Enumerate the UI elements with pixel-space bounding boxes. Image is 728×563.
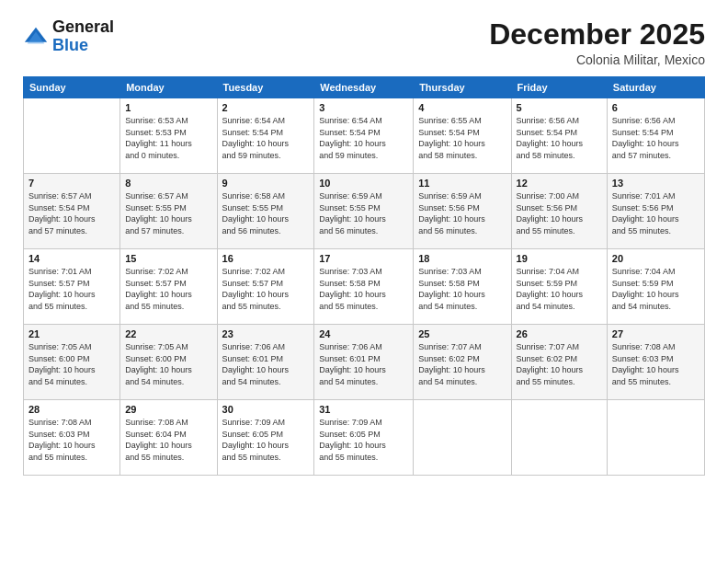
logo-blue: Blue [52,37,114,55]
calendar-cell [607,400,704,476]
day-info: Sunrise: 7:09 AMSunset: 6:05 PMDaylight:… [319,417,408,463]
day-info: Sunrise: 7:06 AMSunset: 6:01 PMDaylight:… [222,341,310,387]
day-number: 1 [125,102,211,113]
day-info: Sunrise: 7:08 AMSunset: 6:03 PMDaylight:… [28,417,115,463]
day-info: Sunrise: 6:56 AMSunset: 5:54 PMDaylight:… [612,115,700,161]
day-info: Sunrise: 6:58 AMSunset: 5:55 PMDaylight:… [222,190,310,236]
day-info: Sunrise: 7:06 AMSunset: 6:01 PMDaylight:… [319,341,408,387]
day-info: Sunrise: 6:54 AMSunset: 5:54 PMDaylight:… [319,115,408,161]
day-info: Sunrise: 6:55 AMSunset: 5:54 PMDaylight:… [418,115,506,161]
day-number: 12 [517,178,602,189]
day-number: 22 [125,328,211,339]
calendar-cell [24,98,120,174]
day-info: Sunrise: 7:00 AMSunset: 5:56 PMDaylight:… [517,190,602,236]
day-header-monday: Monday [120,77,217,98]
calendar-week-row: 21Sunrise: 7:05 AMSunset: 6:00 PMDayligh… [24,325,705,400]
day-info: Sunrise: 6:57 AMSunset: 5:55 PMDaylight:… [125,190,211,236]
calendar-week-row: 14Sunrise: 7:01 AMSunset: 5:57 PMDayligh… [24,249,705,325]
day-info: Sunrise: 7:05 AMSunset: 6:00 PMDaylight:… [28,341,115,387]
day-header-friday: Friday [511,77,607,98]
day-number: 20 [612,253,700,264]
day-info: Sunrise: 7:04 AMSunset: 5:59 PMDaylight:… [612,266,700,312]
calendar-cell: 6Sunrise: 6:56 AMSunset: 5:54 PMDaylight… [607,98,704,174]
day-number: 17 [319,253,408,264]
calendar-week-row: 28Sunrise: 7:08 AMSunset: 6:03 PMDayligh… [24,400,705,476]
title-block: December 2025 Colonia Militar, Mexico [489,18,705,67]
calendar-cell: 5Sunrise: 6:56 AMSunset: 5:54 PMDaylight… [511,98,607,174]
day-info: Sunrise: 7:02 AMSunset: 5:57 PMDaylight:… [125,266,211,312]
day-header-tuesday: Tuesday [217,77,314,98]
day-number: 4 [418,102,506,113]
day-number: 14 [28,253,115,264]
calendar-cell [414,400,511,476]
calendar-header-row: SundayMondayTuesdayWednesdayThursdayFrid… [24,77,705,98]
day-number: 26 [517,328,602,339]
calendar-cell: 2Sunrise: 6:54 AMSunset: 5:54 PMDaylight… [217,98,314,174]
day-header-sunday: Sunday [24,77,120,98]
day-info: Sunrise: 6:59 AMSunset: 5:56 PMDaylight:… [418,190,506,236]
day-number: 31 [319,404,408,415]
calendar-cell: 16Sunrise: 7:02 AMSunset: 5:57 PMDayligh… [217,249,314,325]
day-number: 9 [222,178,310,189]
calendar-cell: 9Sunrise: 6:58 AMSunset: 5:55 PMDaylight… [217,174,314,249]
day-info: Sunrise: 6:53 AMSunset: 5:53 PMDaylight:… [125,115,211,161]
calendar-week-row: 7Sunrise: 6:57 AMSunset: 5:54 PMDaylight… [24,174,705,249]
calendar-cell: 24Sunrise: 7:06 AMSunset: 6:01 PMDayligh… [314,325,414,400]
calendar-cell: 27Sunrise: 7:08 AMSunset: 6:03 PMDayligh… [607,325,704,400]
day-info: Sunrise: 7:05 AMSunset: 6:00 PMDaylight:… [125,341,211,387]
day-number: 23 [222,328,310,339]
calendar-cell: 10Sunrise: 6:59 AMSunset: 5:55 PMDayligh… [314,174,414,249]
day-info: Sunrise: 6:56 AMSunset: 5:54 PMDaylight:… [517,115,602,161]
calendar-cell: 18Sunrise: 7:03 AMSunset: 5:58 PMDayligh… [414,249,511,325]
calendar-cell: 21Sunrise: 7:05 AMSunset: 6:00 PMDayligh… [24,325,120,400]
day-info: Sunrise: 7:07 AMSunset: 6:02 PMDaylight:… [517,341,602,387]
day-number: 24 [319,328,408,339]
day-number: 21 [28,328,115,339]
day-info: Sunrise: 7:07 AMSunset: 6:02 PMDaylight:… [418,341,506,387]
day-number: 15 [125,253,211,264]
day-info: Sunrise: 7:01 AMSunset: 5:56 PMDaylight:… [612,190,700,236]
calendar-cell: 4Sunrise: 6:55 AMSunset: 5:54 PMDaylight… [414,98,511,174]
day-number: 19 [517,253,602,264]
day-info: Sunrise: 7:03 AMSunset: 5:58 PMDaylight:… [418,266,506,312]
day-info: Sunrise: 6:59 AMSunset: 5:55 PMDaylight:… [319,190,408,236]
month-title: December 2025 [489,18,705,51]
logo-icon [23,25,49,51]
calendar-cell: 8Sunrise: 6:57 AMSunset: 5:55 PMDaylight… [120,174,217,249]
calendar-cell: 19Sunrise: 7:04 AMSunset: 5:59 PMDayligh… [511,249,607,325]
calendar-cell: 31Sunrise: 7:09 AMSunset: 6:05 PMDayligh… [314,400,414,476]
calendar-cell: 22Sunrise: 7:05 AMSunset: 6:00 PMDayligh… [120,325,217,400]
day-number: 18 [418,253,506,264]
day-info: Sunrise: 6:54 AMSunset: 5:54 PMDaylight:… [222,115,310,161]
day-info: Sunrise: 6:57 AMSunset: 5:54 PMDaylight:… [28,190,115,236]
header: General Blue December 2025 Colonia Milit… [23,18,705,67]
day-number: 29 [125,404,211,415]
calendar-cell: 12Sunrise: 7:00 AMSunset: 5:56 PMDayligh… [511,174,607,249]
day-info: Sunrise: 7:08 AMSunset: 6:04 PMDaylight:… [125,417,211,463]
day-number: 3 [319,102,408,113]
day-info: Sunrise: 7:01 AMSunset: 5:57 PMDaylight:… [28,266,115,312]
day-number: 6 [612,102,700,113]
day-number: 16 [222,253,310,264]
page: General Blue December 2025 Colonia Milit… [0,0,728,563]
calendar-cell: 28Sunrise: 7:08 AMSunset: 6:03 PMDayligh… [24,400,120,476]
location: Colonia Militar, Mexico [489,52,705,67]
day-info: Sunrise: 7:04 AMSunset: 5:59 PMDaylight:… [517,266,602,312]
calendar-cell: 26Sunrise: 7:07 AMSunset: 6:02 PMDayligh… [511,325,607,400]
calendar-cell: 25Sunrise: 7:07 AMSunset: 6:02 PMDayligh… [414,325,511,400]
day-header-thursday: Thursday [414,77,511,98]
logo-general: General [52,18,114,37]
logo: General Blue [23,18,114,55]
calendar-cell: 7Sunrise: 6:57 AMSunset: 5:54 PMDaylight… [24,174,120,249]
day-info: Sunrise: 7:09 AMSunset: 6:05 PMDaylight:… [222,417,310,463]
calendar-cell: 23Sunrise: 7:06 AMSunset: 6:01 PMDayligh… [217,325,314,400]
calendar-cell: 3Sunrise: 6:54 AMSunset: 5:54 PMDaylight… [314,98,414,174]
calendar-week-row: 1Sunrise: 6:53 AMSunset: 5:53 PMDaylight… [24,98,705,174]
calendar-cell: 29Sunrise: 7:08 AMSunset: 6:04 PMDayligh… [120,400,217,476]
calendar-cell: 17Sunrise: 7:03 AMSunset: 5:58 PMDayligh… [314,249,414,325]
day-number: 8 [125,178,211,189]
day-info: Sunrise: 7:03 AMSunset: 5:58 PMDaylight:… [319,266,408,312]
day-number: 28 [28,404,115,415]
day-number: 30 [222,404,310,415]
calendar-cell: 20Sunrise: 7:04 AMSunset: 5:59 PMDayligh… [607,249,704,325]
